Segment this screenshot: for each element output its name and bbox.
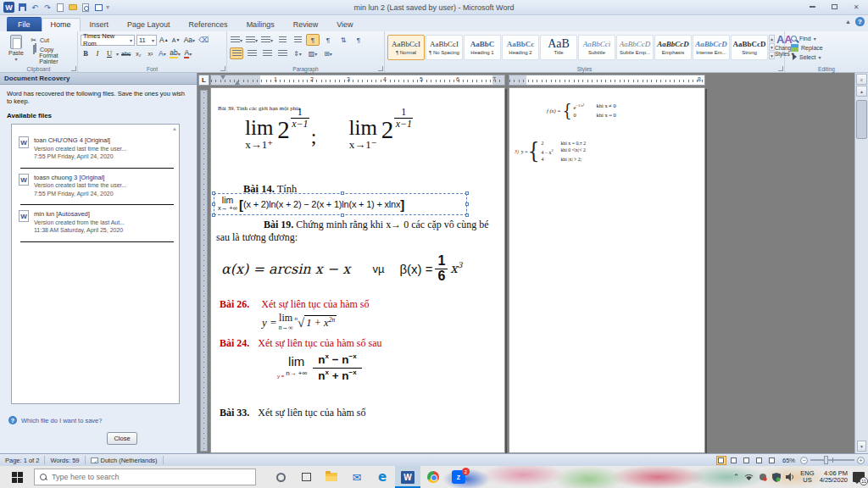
- font-size-select[interactable]: 11▾: [136, 35, 157, 46]
- notification-app-icon[interactable]: [759, 473, 767, 481]
- superscript-button[interactable]: x²: [145, 48, 155, 59]
- help-icon[interactable]: ?: [855, 17, 865, 26]
- show-marks-button[interactable]: ¶: [352, 34, 365, 46]
- strikethrough-button[interactable]: abc: [120, 48, 131, 59]
- grow-font-button[interactable]: A▲: [159, 35, 170, 46]
- underline-dropdown-icon[interactable]: ▾: [116, 51, 119, 57]
- scroll-down-button[interactable]: ▼: [857, 441, 866, 452]
- decrease-indent-button[interactable]: [275, 34, 289, 46]
- replace-button[interactable]: Replace: [787, 43, 866, 52]
- tab-home[interactable]: Home: [42, 18, 81, 31]
- search-input[interactable]: [52, 473, 250, 481]
- select-button[interactable]: Select▾: [787, 53, 866, 61]
- underline-button[interactable]: U: [104, 48, 114, 59]
- font-name-select[interactable]: Times New Rom▾: [81, 35, 135, 46]
- tab-references[interactable]: References: [180, 18, 237, 31]
- scrollbar-thumb[interactable]: [856, 100, 867, 139]
- taskbar-search[interactable]: [34, 469, 256, 485]
- print-preview-icon[interactable]: [81, 3, 91, 13]
- tab-stop-selector[interactable]: L: [198, 75, 209, 86]
- paste-button[interactable]: Paste ▾: [3, 33, 30, 64]
- fullscreen-view-button[interactable]: [729, 456, 739, 465]
- shrink-font-button[interactable]: A▼: [171, 35, 181, 46]
- borders-button[interactable]: ⊞▾: [321, 47, 335, 59]
- scroll-up-button[interactable]: ▲: [856, 86, 867, 97]
- close-button[interactable]: ✕: [846, 1, 866, 13]
- clock[interactable]: 4:06 PM4/25/2020: [820, 470, 848, 485]
- chrome-button[interactable]: [420, 466, 446, 488]
- align-right-button[interactable]: [260, 47, 274, 59]
- style-heading2[interactable]: AaBbCcHeading 2: [502, 35, 539, 60]
- style-heading1[interactable]: AaBbCHeading 1: [464, 35, 501, 60]
- ruler-toggle-button[interactable]: ≡: [856, 74, 867, 85]
- document-page-2[interactable]: f (x) = { e−1/x²khi x ≠ 0 0khi x = 0 3) …: [509, 87, 705, 453]
- font-dialog-launcher[interactable]: [220, 66, 225, 71]
- sort-button[interactable]: ⇅: [337, 34, 350, 46]
- security-shield-icon[interactable]: [772, 473, 781, 482]
- selection-handle[interactable]: [465, 202, 469, 206]
- selection-handle[interactable]: [212, 191, 215, 195]
- hanging-indent-marker[interactable]: [235, 80, 240, 85]
- restore-button[interactable]: [824, 1, 844, 13]
- outline-view-button[interactable]: [754, 456, 765, 465]
- tray-expand-icon[interactable]: ⌃: [733, 473, 740, 481]
- left-to-right-button[interactable]: ¶: [306, 34, 320, 46]
- selection-handle[interactable]: [212, 202, 215, 206]
- styles-dialog-launcher[interactable]: [778, 66, 783, 71]
- cortana-button[interactable]: [268, 466, 293, 488]
- style-title[interactable]: AaBTitle: [540, 35, 577, 60]
- clipboard-dialog-launcher[interactable]: [71, 66, 76, 71]
- tab-page-layout[interactable]: Page Layout: [118, 18, 180, 31]
- subscript-button[interactable]: x₂: [133, 48, 143, 59]
- style-no-spacing[interactable]: AaBbCcI¶ No Spacing: [426, 35, 463, 60]
- selection-handle[interactable]: [465, 191, 469, 195]
- qat-dropdown-icon[interactable]: ▾: [106, 3, 109, 11]
- zoom-in-button[interactable]: +: [857, 457, 865, 464]
- print-layout-view-button[interactable]: [716, 456, 726, 465]
- list-scroll-up-icon[interactable]: ▲: [172, 126, 177, 131]
- zoom-level[interactable]: 65%: [780, 457, 798, 464]
- zoom-out-button[interactable]: −: [800, 457, 808, 464]
- draft-view-button[interactable]: [767, 456, 777, 465]
- recovered-file-item[interactable]: toasn chuong 3 [Original] Version create…: [19, 170, 177, 203]
- numbering-button[interactable]: ▾: [245, 34, 259, 46]
- which-file-help-link[interactable]: ? Which file do I want to save?: [8, 416, 102, 424]
- tab-review[interactable]: Review: [284, 18, 328, 31]
- text-effects-button[interactable]: A▾: [157, 48, 167, 59]
- font-color-button[interactable]: A▾: [183, 48, 193, 59]
- collapse-ribbon-icon[interactable]: ▲: [845, 19, 851, 25]
- tab-file[interactable]: File: [7, 17, 42, 31]
- save-icon[interactable]: [17, 3, 27, 13]
- first-line-indent-marker[interactable]: [220, 75, 225, 80]
- word-count[interactable]: Words: 59: [45, 456, 85, 464]
- zalo-button[interactable]: Z2: [446, 466, 471, 488]
- vertical-ruler[interactable]: [200, 90, 208, 452]
- shading-button[interactable]: ▨▾: [306, 47, 320, 59]
- task-view-button[interactable]: [293, 466, 319, 488]
- styles-scroll-up[interactable]: ▲: [769, 35, 775, 42]
- paste-dropdown-icon[interactable]: ▾: [14, 56, 17, 62]
- recovery-close-button[interactable]: Close: [107, 432, 137, 445]
- language-indicator[interactable]: Dutch (Netherlands): [86, 456, 164, 464]
- style-subtitle[interactable]: AaBbCciSubtitle: [578, 35, 615, 60]
- page-indicator[interactable]: Page: 1 of 2: [0, 456, 45, 464]
- recovered-file-item[interactable]: min lun [Autosaved] Version created from…: [19, 207, 177, 240]
- change-case-button[interactable]: Aa▾: [183, 35, 196, 46]
- tab-view[interactable]: View: [327, 18, 362, 31]
- table-tool-icon[interactable]: [93, 3, 103, 13]
- right-to-left-button[interactable]: ¶: [321, 34, 335, 46]
- volume-icon[interactable]: [786, 473, 795, 481]
- vertical-scrollbar[interactable]: ≡ ▲ ▼: [854, 73, 868, 453]
- align-left-button[interactable]: [230, 47, 243, 59]
- paragraph-dialog-launcher[interactable]: [378, 66, 383, 71]
- tab-insert[interactable]: Insert: [81, 18, 119, 31]
- word-logo-icon[interactable]: W: [3, 2, 14, 13]
- justify-button[interactable]: [275, 47, 289, 59]
- italic-button[interactable]: I: [92, 48, 103, 59]
- selected-equation-object[interactable]: limx→ +∞ [ (x + 2)ln(x + 2) − 2(x + 1)ln…: [214, 193, 467, 215]
- document-page-1[interactable]: Bài 39. Tính các giới hạn một phía limx→…: [210, 87, 505, 453]
- zoom-slider[interactable]: [810, 459, 854, 461]
- style-strong[interactable]: AaBbCcDStrong: [731, 35, 768, 60]
- align-center-button[interactable]: [245, 47, 259, 59]
- highlight-color-button[interactable]: ab▾: [169, 48, 181, 59]
